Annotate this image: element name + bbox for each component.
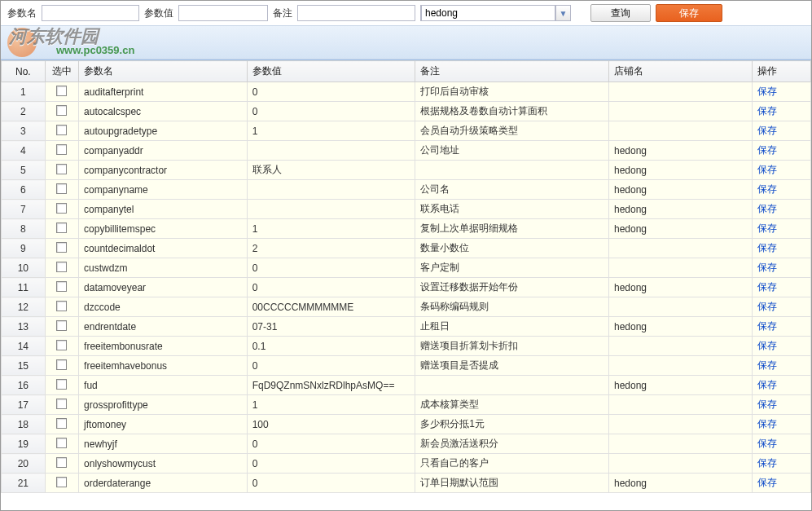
row-checkbox[interactable] (56, 457, 67, 468)
chevron-down-icon[interactable]: ▼ (555, 6, 570, 20)
row-save-link[interactable]: 保存 (757, 438, 777, 449)
row-save-link[interactable]: 保存 (757, 144, 777, 156)
table-row[interactable]: 7companytel联系电话hedong保存 (2, 200, 811, 219)
row-save-link[interactable]: 保存 (757, 340, 777, 351)
table-row[interactable]: 20onlyshowmycust0只看自己的客户保存 (2, 454, 811, 474)
save-button[interactable]: 保存 (656, 4, 722, 22)
row-save-link[interactable]: 保存 (757, 399, 777, 410)
store-combo[interactable]: ▼ (420, 5, 571, 21)
param-name-label: 参数名 (7, 7, 37, 20)
col-sel[interactable]: 选中 (45, 61, 78, 82)
row-param-value: 0 (247, 102, 415, 121)
table-scroll[interactable]: No. 选中 参数名 参数值 备注 店铺名 操作 1auditafterprin… (1, 59, 811, 511)
table-row[interactable]: 2autocalcspec0根据规格及卷数自动计算面积保存 (2, 102, 811, 121)
row-checkbox[interactable] (56, 301, 67, 311)
col-op[interactable]: 操作 (752, 61, 810, 82)
row-checkbox[interactable] (56, 242, 67, 253)
row-save-link[interactable]: 保存 (757, 477, 777, 488)
row-param-value: 0 (247, 278, 415, 297)
row-checkbox[interactable] (56, 418, 67, 429)
row-save-link[interactable]: 保存 (757, 262, 777, 273)
row-save-link[interactable]: 保存 (757, 379, 777, 390)
row-save-link[interactable]: 保存 (757, 301, 777, 312)
table-row[interactable]: 19newhyjf0新会员激活送积分保存 (2, 434, 811, 454)
table-row[interactable]: 11datamoveyear0设置迁移数据开始年份hedong保存 (2, 278, 811, 297)
row-checkbox[interactable] (56, 86, 67, 96)
table-row[interactable]: 21orderdaterange0订单日期默认范围hedong保存 (2, 474, 811, 493)
row-checkbox[interactable] (56, 183, 67, 194)
col-no[interactable]: No. (2, 61, 46, 82)
table-row[interactable]: 5companycontractor联系人hedong保存 (2, 161, 811, 180)
row-store: hedong (608, 141, 752, 161)
row-op-cell: 保存 (752, 200, 810, 219)
table-row[interactable]: 9countdecimaldot2数量小数位保存 (2, 239, 811, 258)
row-save-link[interactable]: 保存 (757, 281, 777, 293)
row-save-link[interactable]: 保存 (757, 457, 777, 469)
row-save-link[interactable]: 保存 (757, 203, 777, 214)
row-save-link[interactable]: 保存 (757, 164, 777, 175)
table-row[interactable]: 18jftomoney100多少积分抵1元保存 (2, 415, 811, 434)
table-row[interactable]: 16fudFqD9QZnmSNxlzRDlhpAsMQ==hedong保存 (2, 376, 811, 395)
row-op-cell: 保存 (752, 415, 810, 434)
col-name[interactable]: 参数名 (79, 61, 248, 82)
row-checkbox[interactable] (56, 125, 67, 135)
row-checkbox[interactable] (56, 222, 67, 233)
row-checkbox[interactable] (56, 379, 67, 390)
remark-input[interactable] (297, 5, 415, 21)
row-store: hedong (608, 200, 752, 219)
row-checkbox-cell (45, 395, 78, 415)
row-save-link[interactable]: 保存 (757, 183, 777, 195)
table-row[interactable]: 12dzccode00CCCCCMMMMMME条码称编码规则保存 (2, 297, 811, 317)
row-save-link[interactable]: 保存 (757, 320, 777, 332)
row-param-name: orderdaterange (79, 474, 248, 493)
table-row[interactable]: 15freeitemhavebonus0赠送项目是否提成保存 (2, 356, 811, 376)
row-op-cell: 保存 (752, 395, 810, 415)
row-save-link[interactable]: 保存 (757, 86, 777, 97)
row-op-cell: 保存 (752, 161, 810, 180)
table-row[interactable]: 8copybillitemspec1复制上次单据明细规格hedong保存 (2, 219, 811, 239)
col-store[interactable]: 店铺名 (608, 61, 752, 82)
row-checkbox[interactable] (56, 399, 67, 409)
row-no: 15 (2, 356, 46, 376)
row-save-link[interactable]: 保存 (757, 418, 777, 430)
row-checkbox[interactable] (56, 203, 67, 214)
table-row[interactable]: 13endrentdate07-31止租日hedong保存 (2, 317, 811, 337)
param-value-input[interactable] (178, 5, 268, 21)
table-row[interactable]: 1auditafterprint0打印后自动审核保存 (2, 82, 811, 102)
row-checkbox[interactable] (56, 438, 67, 448)
param-name-input[interactable] (42, 5, 139, 21)
row-remark: 止租日 (415, 317, 609, 337)
row-checkbox[interactable] (56, 281, 67, 292)
row-save-link[interactable]: 保存 (757, 359, 777, 371)
row-param-name: freeitembonusrate (79, 337, 248, 356)
row-checkbox-cell (45, 141, 78, 161)
col-value[interactable]: 参数值 (247, 61, 415, 82)
row-checkbox[interactable] (56, 105, 67, 116)
row-checkbox[interactable] (56, 359, 67, 370)
row-save-link[interactable]: 保存 (757, 222, 777, 234)
store-input[interactable] (421, 5, 555, 21)
table-row[interactable]: 17grossprofittype1成本核算类型保存 (2, 395, 811, 415)
table-row[interactable]: 10custwdzm0客户定制保存 (2, 258, 811, 278)
table-row[interactable]: 3autoupgradetype1会员自动升级策略类型保存 (2, 121, 811, 141)
row-checkbox[interactable] (56, 144, 67, 155)
row-checkbox[interactable] (56, 262, 67, 272)
row-param-value: 00CCCCCMMMMMME (247, 297, 415, 317)
table-row[interactable]: 4companyaddr公司地址hedong保存 (2, 141, 811, 161)
row-save-link[interactable]: 保存 (757, 242, 777, 253)
row-save-link[interactable]: 保存 (757, 105, 777, 117)
row-checkbox[interactable] (56, 320, 67, 331)
row-op-cell: 保存 (752, 239, 810, 258)
row-checkbox-cell (45, 161, 78, 180)
row-save-link[interactable]: 保存 (757, 125, 777, 136)
row-checkbox[interactable] (56, 164, 67, 174)
table-row[interactable]: 14freeitembonusrate0.1赠送项目折算划卡折扣保存 (2, 337, 811, 356)
row-checkbox[interactable] (56, 340, 67, 350)
row-no: 1 (2, 82, 46, 102)
table-row[interactable]: 6companyname公司名hedong保存 (2, 180, 811, 200)
query-button[interactable]: 查询 (590, 4, 651, 22)
col-remark[interactable]: 备注 (415, 61, 609, 82)
row-no: 17 (2, 395, 46, 415)
row-checkbox[interactable] (56, 477, 67, 487)
row-remark: 数量小数位 (415, 239, 609, 258)
